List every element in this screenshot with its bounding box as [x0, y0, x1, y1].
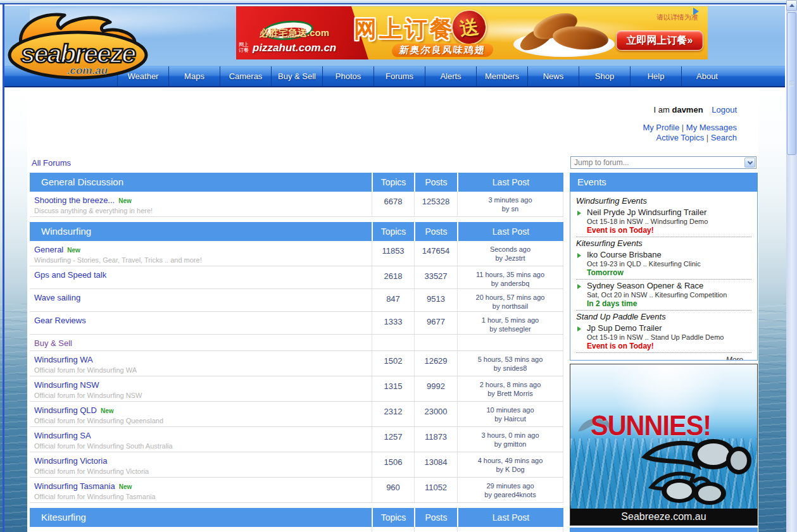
- username: davmen: [672, 105, 703, 114]
- last-post-author: by Jezstrt: [458, 254, 563, 263]
- top-banner-ad[interactable]: 必胜宅急送.com 网上 订餐 pizzahut.com.cn 网上订餐 送 新…: [236, 6, 708, 59]
- topics-count: 1257: [372, 427, 414, 452]
- forum-name-cell: Windsurfing VictoriaOfficial forum for W…: [30, 452, 372, 477]
- greeting-prefix: I am: [654, 105, 670, 114]
- user-box: I am davmen Logout My Profile | My Messa…: [643, 105, 737, 143]
- forum-section: General DiscussionTopicsPostsLast PostSh…: [30, 173, 563, 217]
- user-link-my-messages[interactable]: My Messages: [686, 123, 737, 132]
- nav-item-help[interactable]: Help: [630, 66, 681, 86]
- forum-name-cell: Windsurfing TasmaniaNewOfficial forum fo…: [30, 478, 372, 502]
- forum-link[interactable]: Windsurfing SA: [34, 431, 91, 440]
- event-title-link[interactable]: Sydney Season Opener & Race: [587, 281, 751, 290]
- forum-subtitle: Discuss anything & everything in here!: [34, 207, 372, 214]
- new-badge: New: [119, 483, 132, 490]
- ad-url: pizzahut.com.cn: [253, 42, 336, 54]
- section-header: KitesurfingTopicsPostsLast Post: [30, 508, 563, 527]
- forum-section: KitesurfingTopicsPostsLast PostGeneralNe…: [30, 508, 563, 532]
- logout-link[interactable]: Logout: [712, 105, 737, 114]
- forum-name-cell: Gear Reviews: [30, 312, 372, 334]
- event-group-label: Windsurfing Events: [576, 197, 751, 206]
- forum-section: WindsurfingTopicsPostsLast PostGeneralNe…: [30, 222, 563, 503]
- forum-link[interactable]: Shooting the breeze...: [34, 195, 115, 205]
- last-post-time: Seconds ago: [458, 245, 563, 254]
- nav-item-photos[interactable]: Photos: [322, 66, 373, 86]
- forum-link[interactable]: Windsurfing Victoria: [34, 456, 107, 466]
- column-header-posts: Posts: [414, 508, 457, 527]
- sunglasses-image: [639, 433, 753, 506]
- forum-link[interactable]: Gear Reviews: [34, 316, 86, 325]
- column-header-last-post: Last Post: [457, 173, 563, 192]
- jump-to-forum-select[interactable]: Jump to forum...: [570, 156, 756, 169]
- posts-count: 23000: [414, 402, 457, 426]
- forum-row: Windsurfing SAOfficial forum for Windsur…: [30, 427, 563, 452]
- nav-item-cameras[interactable]: Cameras: [220, 66, 271, 86]
- last-post-time: 10 minutes ago: [458, 405, 563, 414]
- chevron-down-icon[interactable]: [744, 158, 755, 168]
- posts-count: 147654: [414, 241, 457, 266]
- nav-item-forums[interactable]: Forums: [373, 66, 425, 86]
- sunnies-ad[interactable]: SUNNIES! Seabreeze.com.au: [570, 364, 758, 526]
- user-greeting: I am davmen Logout: [643, 105, 737, 114]
- ad-headline: 网上订餐: [354, 14, 455, 45]
- section-title: Kitesurfing: [30, 508, 372, 527]
- event-title-link[interactable]: Iko Course Brisbane: [587, 251, 751, 259]
- forum-link[interactable]: Windsurfing Tasmania: [34, 481, 115, 491]
- last-post-cell: Seconds agoby SaveTheWhales: [457, 527, 563, 532]
- nav-item-shop[interactable]: Shop: [579, 66, 630, 86]
- nav-item-buy-sell[interactable]: Buy & Sell: [271, 66, 322, 86]
- event-detail: Oct 15-19 in NSW .. Stand Up Paddle Demo: [587, 333, 751, 341]
- last-post-time: 1 hour, 5 mins ago: [458, 316, 563, 325]
- user-link-my-profile[interactable]: My Profile: [643, 123, 679, 132]
- events-more-link[interactable]: More...: [576, 354, 751, 361]
- last-post-author: by andersbq: [458, 279, 563, 288]
- forum-link[interactable]: Buy & Sell: [34, 338, 72, 348]
- topics-count: 1333: [372, 312, 414, 334]
- scrollbar-grip-icon: [789, 81, 794, 87]
- posts-count: 9992: [414, 376, 457, 401]
- all-forums-link[interactable]: All Forums: [32, 158, 71, 168]
- vertical-scrollbar[interactable]: [786, 0, 797, 532]
- event-status: Event is on Today!: [587, 226, 751, 235]
- event-title-link[interactable]: Jp Sup Demo Trailer: [587, 324, 751, 333]
- event-bullet-icon: [577, 253, 581, 258]
- forum-link[interactable]: Windsurfing WA: [34, 355, 93, 364]
- nav-item-about[interactable]: About: [681, 66, 732, 86]
- topics-count: 6678: [372, 192, 414, 216]
- ad-cta-button[interactable]: 立即网上订餐»: [616, 30, 703, 51]
- forum-link[interactable]: Gps and Speed talk: [34, 270, 106, 280]
- forum-link[interactable]: General: [34, 245, 63, 254]
- event-title-link[interactable]: Neil Pryde Jp Windsurfing Trailer: [587, 208, 751, 217]
- partial-panel-header: [570, 528, 758, 532]
- scrollbar-thumb[interactable]: [787, 12, 796, 155]
- last-post-cell: 4 hours, 49 mins agoby K Dog: [457, 452, 563, 477]
- nav-item-alerts[interactable]: Alerts: [425, 66, 476, 86]
- nav-item-members[interactable]: Members: [476, 66, 527, 86]
- topics-count: 2312: [372, 402, 414, 426]
- forum-tables: General DiscussionTopicsPostsLast PostSh…: [30, 173, 563, 532]
- ad-disclaimer: 请以详情为准: [635, 13, 698, 22]
- last-post-cell: 5 hours, 53 mins agoby snides8: [457, 351, 563, 376]
- seabreeze-logo[interactable]: seabreeze .com.au: [4, 6, 153, 81]
- last-post-author: by K Dog: [458, 465, 563, 474]
- forum-link[interactable]: Wave sailing: [34, 293, 80, 302]
- user-link-search[interactable]: Search: [711, 133, 737, 142]
- scroll-up-button[interactable]: [786, 0, 797, 11]
- forum-link[interactable]: Windsurfing NSW: [34, 380, 99, 390]
- section-header: General DiscussionTopicsPostsLast Post: [30, 173, 563, 192]
- topics-count: 960: [372, 478, 414, 502]
- jump-placeholder: Jump to forum...: [574, 158, 629, 167]
- last-post-cell: 1 hour, 5 mins agoby stehsegler: [457, 312, 563, 334]
- event-item: Jp Sup Demo TrailerOct 15-19 in NSW .. S…: [576, 323, 751, 353]
- events-body: Windsurfing EventsNeil Pryde Jp Windsurf…: [570, 192, 758, 361]
- last-post-author: by sn: [458, 204, 563, 213]
- nav-item-news[interactable]: News: [527, 66, 579, 86]
- last-post-author: by geared4knots: [458, 490, 563, 499]
- column-header-last-post: Last Post: [457, 222, 563, 241]
- forum-subtitle: Windsurfing - Stories, Gear, Travel, Tri…: [34, 256, 372, 264]
- user-link-active-topics[interactable]: Active Topics: [656, 133, 705, 142]
- last-post-cell: 10 minutes agoby Haircut: [457, 402, 563, 426]
- nav-item-maps[interactable]: Maps: [168, 66, 220, 86]
- forum-link[interactable]: Windsurfing QLD: [34, 405, 97, 415]
- adchoices-icon[interactable]: [693, 8, 699, 15]
- separator: |: [704, 133, 711, 142]
